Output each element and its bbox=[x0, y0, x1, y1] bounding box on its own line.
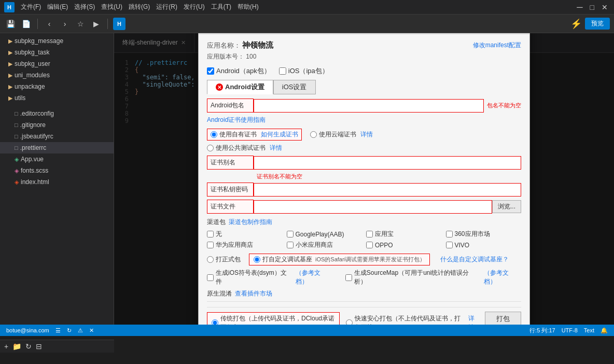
channel-guide-link[interactable]: 渠道包制作指南 bbox=[229, 218, 272, 227]
status-list-icon[interactable]: ☰ bbox=[55, 327, 61, 334]
preview-button[interactable]: 预览 bbox=[585, 18, 610, 30]
channel-googleplay[interactable]: GooglePlay(AAB) bbox=[287, 230, 362, 239]
menu-help[interactable]: 帮助(H) bbox=[238, 3, 259, 11]
cloud-cert-radio-input[interactable] bbox=[310, 131, 317, 138]
channel-vivo-checkbox[interactable] bbox=[446, 242, 453, 248]
package-name-input[interactable] bbox=[254, 99, 484, 113]
tab-ios[interactable]: iOS设置 bbox=[273, 80, 316, 94]
fast-pack-input[interactable] bbox=[346, 319, 353, 325]
channel-oppo[interactable]: OPPO bbox=[366, 241, 442, 249]
menu-tools[interactable]: 工具(T) bbox=[211, 3, 231, 11]
cloud-cert-detail-link[interactable]: 详情 bbox=[360, 130, 373, 139]
normal-pack-input[interactable] bbox=[207, 256, 214, 263]
channel-xiaomi-checkbox[interactable] bbox=[287, 242, 294, 248]
gen-sourcemap-checkbox[interactable] bbox=[345, 274, 352, 281]
channel-appbao[interactable]: 应用宝 bbox=[366, 230, 442, 239]
channel-360[interactable]: 360应用市场 bbox=[446, 230, 522, 239]
own-cert-radio-input[interactable] bbox=[211, 131, 217, 138]
fast-pack-radio[interactable]: 快速安心打包（不上传代码及证书，打包更快） bbox=[346, 314, 462, 325]
copy-button[interactable]: 📄 bbox=[20, 18, 32, 30]
custom-base-input[interactable] bbox=[254, 256, 260, 263]
save-button[interactable]: 💾 bbox=[4, 18, 17, 30]
dialog-body: 应用名称： 神领物流 修改manifest配置 应用版本号： 100 bbox=[199, 34, 529, 325]
sourcemap-doc-link[interactable]: （参考文档） bbox=[484, 269, 521, 286]
channel-oppo-checkbox[interactable] bbox=[366, 242, 373, 248]
browse-button[interactable]: 浏览... bbox=[492, 200, 521, 213]
sidebar-item-utils[interactable]: ▶ utils bbox=[0, 92, 114, 104]
manifest-link[interactable]: 修改manifest配置 bbox=[473, 41, 521, 50]
traditional-pack-radio[interactable]: 传统打包（上传代码及证书，DCloud承诺不保留） bbox=[207, 312, 340, 325]
menu-select[interactable]: 选择(S) bbox=[74, 3, 95, 11]
gen-sourcemap-item[interactable]: 生成SourceMap（可用于uni统计的错误分析） （参考文档） bbox=[345, 269, 521, 286]
tab-android[interactable]: ✕ Android设置 bbox=[207, 80, 273, 94]
filter-icon[interactable]: ⚡ bbox=[570, 18, 582, 30]
ios-checkbox[interactable] bbox=[279, 67, 286, 75]
window-minimize[interactable]: ─ bbox=[575, 3, 584, 12]
channel-appbao-checkbox[interactable] bbox=[366, 231, 373, 237]
sidebar-item-app-vue[interactable]: ◈ App.vue bbox=[0, 153, 114, 165]
menu-publish[interactable]: 发行(U) bbox=[184, 3, 205, 11]
public-cert-radio-input[interactable] bbox=[207, 145, 214, 151]
custom-base-radio[interactable]: 打自定义调试基座 iOS的Safari调试需要用苹果开发证书打包） bbox=[249, 254, 430, 265]
status-sync-icon[interactable]: ↻ bbox=[67, 327, 72, 334]
sidebar-item-gitignore[interactable]: □ .gitignore bbox=[0, 119, 114, 131]
channel-360-checkbox[interactable] bbox=[446, 231, 453, 237]
status-error-icon[interactable]: ✕ bbox=[89, 327, 94, 334]
cert-file-label: 证书文件 bbox=[207, 200, 254, 214]
run-button[interactable]: ▶ bbox=[90, 18, 102, 30]
pack-button[interactable]: 打包(P) bbox=[485, 312, 521, 325]
channel-googleplay-checkbox[interactable] bbox=[287, 231, 294, 237]
menu-find[interactable]: 查找(U) bbox=[101, 3, 122, 11]
dsym-doc-link[interactable]: （参考文档） bbox=[296, 269, 333, 286]
channel-none[interactable]: 无 bbox=[207, 230, 283, 239]
android-error-dot: ✕ bbox=[216, 83, 223, 91]
window-close[interactable]: ✕ bbox=[599, 3, 610, 11]
sidebar-item-fonts-scss[interactable]: ◈ fonts.scss bbox=[0, 165, 114, 176]
sidebar-item-subpkg-message[interactable]: ▶ subpkg_message bbox=[0, 35, 114, 47]
gen-dsym-checkbox[interactable] bbox=[207, 274, 214, 281]
notification-icon[interactable]: 🔔 bbox=[601, 327, 608, 334]
status-warning-icon[interactable]: ⚠ bbox=[78, 327, 83, 334]
cert-pwd-input[interactable] bbox=[254, 183, 521, 197]
native-mix-link[interactable]: 查看插件市场 bbox=[235, 289, 272, 298]
sidebar-item-subpkg-task[interactable]: ▶ subpkg_task bbox=[0, 47, 114, 58]
sidebar-item-index-html[interactable]: ◈ index.html bbox=[0, 176, 114, 188]
traditional-pack-input[interactable] bbox=[212, 319, 218, 325]
menu-file[interactable]: 文件(F) bbox=[21, 3, 41, 11]
channel-xiaomi[interactable]: 小米应用商店 bbox=[287, 241, 362, 249]
custom-base-guide-link[interactable]: 什么是自定义调试基座？ bbox=[440, 255, 509, 264]
cert-alias-input[interactable] bbox=[254, 156, 521, 170]
use-own-cert-radio[interactable]: 使用自有证书 如何生成证书 bbox=[207, 129, 302, 141]
sidebar-label: subpkg_user bbox=[15, 60, 50, 67]
window-maximize[interactable]: □ bbox=[588, 3, 596, 11]
ios-checkbox-item[interactable]: iOS（ipa包） bbox=[279, 66, 329, 76]
sidebar-item-prettierrc[interactable]: □ .prettierrc bbox=[0, 142, 114, 153]
cert-guide-link[interactable]: Android证书使用指南 bbox=[207, 116, 266, 123]
cert-file-input[interactable] bbox=[254, 200, 492, 214]
star-button[interactable]: ☆ bbox=[74, 18, 87, 30]
fast-pack-detail-link[interactable]: 详情 bbox=[468, 314, 479, 325]
channel-huawei[interactable]: 华为应用商店 bbox=[207, 241, 283, 249]
how-to-gen-cert-link[interactable]: 如何生成证书 bbox=[261, 130, 298, 139]
public-cert-radio[interactable]: 使用公共测试证书 详情 bbox=[207, 144, 521, 152]
menu-run[interactable]: 运行(R) bbox=[156, 3, 177, 11]
channel-huawei-checkbox[interactable] bbox=[207, 242, 214, 248]
back-button[interactable]: ‹ bbox=[43, 18, 55, 30]
channel-vivo[interactable]: VIVO bbox=[446, 241, 522, 249]
gen-dsym-item[interactable]: 生成iOS符号表(dsym）文件 （参考文档） bbox=[207, 269, 333, 286]
use-cloud-cert-radio[interactable]: 使用云端证书 详情 bbox=[310, 130, 373, 139]
sidebar-item-subpkg-user[interactable]: ▶ subpkg_user bbox=[0, 58, 114, 69]
public-cert-row: 使用公共测试证书 详情 bbox=[207, 144, 521, 152]
android-checkbox[interactable] bbox=[207, 67, 214, 75]
normal-pack-radio[interactable]: 打正式包 bbox=[207, 255, 241, 264]
sidebar-item-uni-modules[interactable]: ▶ uni_modules bbox=[0, 69, 114, 81]
channel-none-checkbox[interactable] bbox=[207, 231, 214, 237]
sidebar-item-jsbeautifyrc[interactable]: □ .jsbeautifyrc bbox=[0, 131, 114, 142]
public-cert-detail-link[interactable]: 详情 bbox=[270, 144, 282, 152]
menu-goto[interactable]: 跳转(G) bbox=[129, 3, 150, 11]
android-checkbox-item[interactable]: Android（apk包） bbox=[207, 66, 271, 76]
sidebar-item-unpackage[interactable]: ▶ unpackage bbox=[0, 81, 114, 92]
menu-edit[interactable]: 编辑(E) bbox=[47, 3, 68, 11]
forward-button[interactable]: › bbox=[59, 18, 71, 30]
sidebar-item-editorconfig[interactable]: □ .editorconfig bbox=[0, 108, 114, 119]
